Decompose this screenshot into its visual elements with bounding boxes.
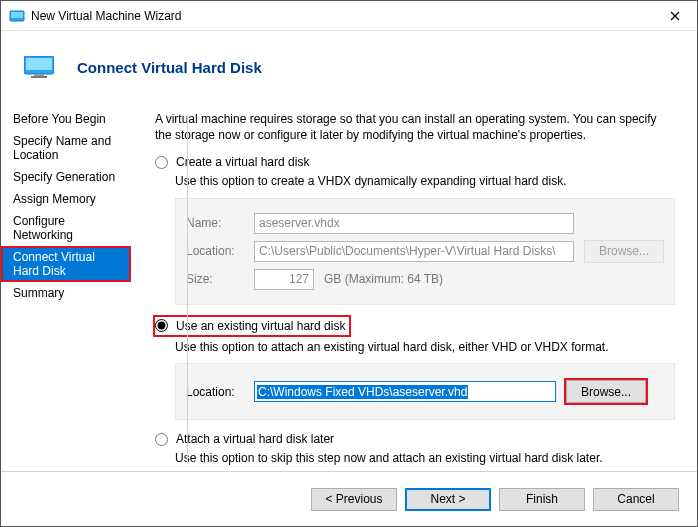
wizard-header: Connect Virtual Hard Disk bbox=[1, 31, 697, 103]
radio-use-existing[interactable]: Use an existing virtual hard disk bbox=[155, 317, 349, 335]
window-title: New Virtual Machine Wizard bbox=[31, 9, 652, 23]
radio-create-vhd-label: Create a virtual hard disk bbox=[176, 155, 309, 169]
name-input bbox=[254, 213, 574, 234]
browse-button-disabled: Browse... bbox=[584, 240, 664, 263]
step-before-you-begin[interactable]: Before You Begin bbox=[1, 108, 131, 130]
option3-desc: Use this option to skip this step now an… bbox=[175, 450, 675, 466]
vertical-divider bbox=[187, 114, 188, 464]
size-input bbox=[254, 269, 314, 290]
radio-attach-later-label: Attach a virtual hard disk later bbox=[176, 432, 334, 446]
radio-use-existing-input[interactable] bbox=[155, 319, 168, 332]
option-attach-later: Attach a virtual hard disk later Use thi… bbox=[155, 432, 675, 466]
radio-create-vhd[interactable]: Create a virtual hard disk bbox=[155, 155, 675, 169]
existing-location-input[interactable]: C:\Windows Fixed VHDs\aseserver.vhd bbox=[254, 381, 556, 402]
svg-rect-3 bbox=[26, 58, 52, 70]
option-use-existing: Use an existing virtual hard disk Use th… bbox=[155, 317, 675, 421]
existing-location-label: Location: bbox=[186, 385, 244, 399]
svg-rect-1 bbox=[11, 12, 23, 18]
wizard-content: A virtual machine requires storage so th… bbox=[131, 103, 697, 468]
size-unit: GB (Maximum: 64 TB) bbox=[324, 272, 443, 286]
intro-text: A virtual machine requires storage so th… bbox=[155, 111, 675, 143]
app-icon bbox=[9, 8, 25, 24]
svg-rect-4 bbox=[34, 74, 44, 76]
monitor-icon bbox=[23, 55, 55, 79]
close-button[interactable] bbox=[652, 1, 697, 31]
size-label: Size: bbox=[186, 272, 244, 286]
radio-attach-later[interactable]: Attach a virtual hard disk later bbox=[155, 432, 675, 446]
location-label: Location: bbox=[186, 244, 244, 258]
wizard-body: Before You Begin Specify Name and Locati… bbox=[1, 103, 697, 468]
step-connect-vhd[interactable]: Connect Virtual Hard Disk bbox=[1, 246, 131, 282]
existing-location-value: C:\Windows Fixed VHDs\aseserver.vhd bbox=[257, 385, 468, 399]
page-title: Connect Virtual Hard Disk bbox=[77, 59, 262, 76]
step-specify-generation[interactable]: Specify Generation bbox=[1, 166, 131, 188]
location-input bbox=[254, 241, 574, 262]
option-create-vhd: Create a virtual hard disk Use this opti… bbox=[155, 155, 675, 304]
previous-button[interactable]: < Previous bbox=[311, 488, 397, 511]
browse-button[interactable]: Browse... bbox=[566, 380, 646, 403]
wizard-steps: Before You Begin Specify Name and Locati… bbox=[1, 103, 131, 468]
finish-button[interactable]: Finish bbox=[499, 488, 585, 511]
name-label: Name: bbox=[186, 216, 244, 230]
option1-panel: Name: Location: Browse... Size: GB (Maxi… bbox=[175, 198, 675, 305]
option1-desc: Use this option to create a VHDX dynamic… bbox=[175, 173, 675, 189]
radio-attach-later-input[interactable] bbox=[155, 433, 168, 446]
wizard-footer: < Previous Next > Finish Cancel bbox=[1, 471, 697, 526]
titlebar: New Virtual Machine Wizard bbox=[1, 1, 697, 31]
option2-panel: Location: C:\Windows Fixed VHDs\aseserve… bbox=[175, 363, 675, 420]
step-assign-memory[interactable]: Assign Memory bbox=[1, 188, 131, 210]
radio-use-existing-label: Use an existing virtual hard disk bbox=[176, 319, 345, 333]
cancel-button[interactable]: Cancel bbox=[593, 488, 679, 511]
svg-rect-5 bbox=[31, 76, 47, 78]
next-button[interactable]: Next > bbox=[405, 488, 491, 511]
step-configure-networking[interactable]: Configure Networking bbox=[1, 210, 131, 246]
step-specify-name[interactable]: Specify Name and Location bbox=[1, 130, 131, 166]
step-summary[interactable]: Summary bbox=[1, 282, 131, 304]
radio-create-vhd-input[interactable] bbox=[155, 156, 168, 169]
option2-desc: Use this option to attach an existing vi… bbox=[175, 339, 675, 355]
